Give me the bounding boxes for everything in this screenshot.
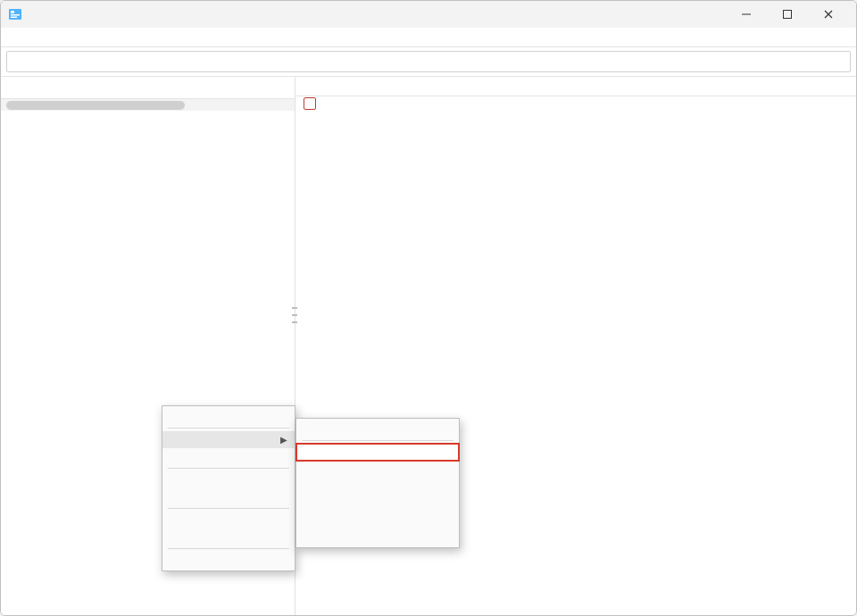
menu-help[interactable] <box>72 36 87 39</box>
ctx-sep <box>302 440 453 441</box>
context-submenu-new <box>295 418 460 548</box>
string-value-icon <box>303 96 317 111</box>
svg-rect-3 <box>11 17 17 19</box>
address-bar[interactable] <box>6 51 851 72</box>
ctx-copy-key-name[interactable] <box>162 552 295 569</box>
ctx-sep <box>168 428 289 429</box>
ctx-rename[interactable] <box>162 488 295 505</box>
ctx-new[interactable]: ▶ <box>162 431 295 448</box>
submenu-arrow-icon: ▶ <box>280 435 287 445</box>
ctx-new-qword-value[interactable] <box>296 495 459 512</box>
menu-view[interactable] <box>40 36 54 39</box>
ctx-collapse[interactable] <box>162 408 295 425</box>
menu-edit[interactable] <box>24 36 38 39</box>
maximize-button[interactable] <box>767 1 808 28</box>
ctx-new-binary-value[interactable] <box>296 461 459 478</box>
value-name-cell <box>295 96 528 112</box>
registry-tree <box>1 77 295 98</box>
registry-editor-window: ▶ <box>0 0 857 616</box>
menu-file[interactable] <box>8 36 22 39</box>
column-headers <box>295 77 856 96</box>
splitter-handle[interactable] <box>292 307 297 323</box>
titlebar <box>1 1 856 28</box>
context-menu: ▶ <box>162 405 295 571</box>
ctx-export[interactable] <box>162 512 295 529</box>
ctx-new-multi-string-value[interactable] <box>296 512 459 529</box>
ctx-delete[interactable] <box>162 471 295 488</box>
ctx-find[interactable] <box>162 448 295 465</box>
minimize-button[interactable] <box>726 1 767 28</box>
menu-favorites[interactable] <box>56 36 71 39</box>
ctx-new-expandable-string-value[interactable] <box>296 529 459 545</box>
scrollbar-thumb[interactable] <box>6 101 185 110</box>
ctx-new-string-value[interactable] <box>296 444 459 461</box>
svg-rect-2 <box>11 14 20 16</box>
regedit-icon <box>8 7 22 21</box>
svg-rect-4 <box>742 14 751 15</box>
menubar <box>1 28 856 47</box>
value-row[interactable] <box>295 96 856 112</box>
ctx-new-dword-value[interactable] <box>296 478 459 495</box>
ctx-sep <box>168 508 289 509</box>
tree-horizontal-scrollbar[interactable] <box>1 98 295 111</box>
ctx-new-key[interactable] <box>296 420 459 437</box>
ctx-permissions[interactable] <box>162 529 295 545</box>
ctx-sep <box>168 468 289 469</box>
svg-rect-1 <box>11 11 14 13</box>
close-button[interactable] <box>808 1 849 28</box>
content-area: ▶ <box>1 76 856 615</box>
ctx-sep <box>168 548 289 549</box>
svg-rect-5 <box>784 11 792 19</box>
